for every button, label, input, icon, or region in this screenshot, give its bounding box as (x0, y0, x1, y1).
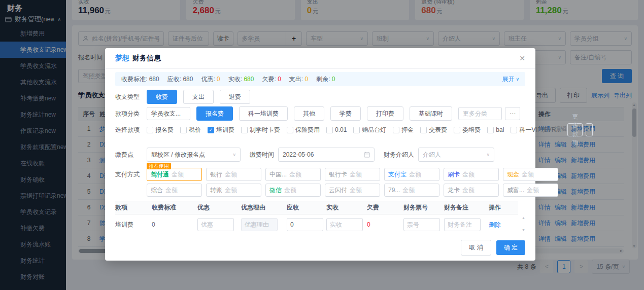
checkbox-icon[interactable] (287, 127, 293, 133)
category-option-button[interactable]: 学费 (330, 106, 361, 121)
fee-summary-bar: 收费标准: 680应收: 680优惠: 0实收: 680欠费: 0支出: 0剩余… (115, 72, 525, 86)
pay-time-input[interactable]: 2022-05-06 (278, 148, 375, 162)
fee-item-checkbox[interactable]: 报名费 (147, 126, 174, 134)
payment-amount-input[interactable]: 金额 (165, 186, 201, 195)
fee-item-checkbox[interactable]: 税价 (180, 126, 201, 134)
payment-method-box[interactable]: 微信金额 (265, 184, 321, 197)
payment-method-box[interactable]: 银行卡金额 (325, 168, 380, 181)
fee-item-checkbox[interactable]: 交表费 (420, 126, 447, 134)
fee-column-header: 款项 (115, 203, 152, 212)
payment-amount-input[interactable]: 金额 (522, 170, 558, 179)
fee-item-checkbox[interactable]: 0.01 (326, 126, 347, 133)
ellipsis-icon[interactable]: ⋯ (505, 107, 520, 120)
fee-item-checkbox[interactable]: 委培费 (454, 126, 481, 134)
fee-item-checkbox[interactable]: 押金 (393, 126, 414, 134)
confirm-button[interactable]: 确 定 (496, 240, 525, 255)
finance-remark-input[interactable]: 财务备注 (444, 218, 481, 231)
category-option-button[interactable]: 科一培训费 (239, 106, 288, 121)
checkbox-icon[interactable] (147, 127, 153, 133)
checkbox-icon[interactable] (180, 127, 187, 133)
receivable-input[interactable]: 0 (287, 218, 323, 231)
introducer-label: 财务介绍人 (384, 151, 414, 159)
more-items-input[interactable]: 更多款项 (567, 123, 583, 136)
payment-amount-input[interactable]: 金额 (527, 186, 558, 195)
type-option-button[interactable]: 支出 (183, 90, 214, 104)
payment-method-box[interactable]: 中国...金额 (265, 168, 321, 181)
payment-method-box[interactable]: 云闪付金额 (325, 184, 380, 197)
payment-method-box[interactable]: 驾付通金额推荐使用 (147, 168, 202, 181)
type-option-button[interactable]: 收费 (147, 90, 177, 104)
category-option-button[interactable]: 报名费 (196, 106, 233, 121)
close-icon[interactable]: ✕ (519, 54, 525, 62)
checkbox-icon[interactable] (393, 127, 399, 133)
scroll-down-icon[interactable]: ▼ (522, 228, 525, 232)
payment-amount-input[interactable]: 金额 (350, 186, 380, 195)
pay-point-select[interactable]: 靓校区 / 修改报名点 ∨ (147, 148, 241, 162)
payment-method-box[interactable]: 综合金额 (147, 184, 202, 197)
checkbox-icon[interactable] (420, 127, 427, 133)
received-input[interactable]: 实收 (326, 218, 363, 231)
category-option-button[interactable]: 打印费 (367, 106, 403, 121)
payment-method-box[interactable]: 银行金额 (206, 168, 261, 181)
type-option-button[interactable]: 退费 (220, 90, 250, 104)
delete-link[interactable]: 删除 (489, 221, 501, 228)
cancel-button[interactable]: 取 消 (461, 240, 491, 256)
summary-item: 支出: 0 (289, 75, 308, 84)
checkbox-icon[interactable] (353, 127, 360, 133)
payment-method-box[interactable]: 龙卡金额 (444, 184, 499, 197)
checkbox-label: 押金 (401, 126, 414, 134)
pay-time-label: 缴费时间 (250, 151, 274, 159)
pay-point-label: 缴费点 (115, 151, 147, 159)
payment-amount-input[interactable]: 金额 (402, 186, 439, 195)
payment-method-box[interactable]: 刷卡金额 (444, 168, 499, 181)
payment-amount-input[interactable]: 金额 (350, 170, 380, 179)
payment-method-box[interactable]: 现金金额 (503, 168, 558, 181)
payment-amount-input[interactable]: 金额 (409, 170, 439, 179)
ellipsis-icon[interactable]: ⋯ (586, 123, 593, 136)
checkbox-label: 制学时卡费 (250, 126, 280, 134)
fee-item-checkbox[interactable]: 赠品台灯 (353, 126, 386, 134)
payment-amount-input[interactable]: 金额 (225, 186, 261, 195)
discount-input[interactable]: 优惠 (197, 218, 234, 231)
checkbox-icon[interactable] (487, 127, 494, 133)
category-first-select[interactable]: 学员收支... (147, 107, 190, 120)
category-option-button[interactable]: 基础课时 (410, 106, 452, 121)
payment-amount-input[interactable]: 金额 (462, 170, 498, 179)
type-label: 收支类型 (115, 93, 147, 101)
payment-method-name: 综合 (147, 186, 165, 195)
fee-items-label: 选择款项 (115, 126, 147, 134)
payment-amount-input[interactable]: 金额 (172, 170, 201, 179)
checkbox-icon[interactable] (326, 127, 333, 133)
fee-item-checkbox[interactable]: 科一VIP班VR... (511, 126, 561, 134)
introducer-select[interactable]: 介绍人 ∨ (418, 148, 494, 162)
summary-item: 优惠: 0 (201, 75, 220, 84)
more-category-input[interactable]: 更多分类 (458, 107, 502, 120)
payment-amount-input[interactable]: 金额 (462, 186, 498, 195)
expand-link[interactable]: 展开 ∨ (502, 75, 519, 84)
checkbox-icon[interactable] (511, 127, 517, 133)
payment-amount-input[interactable]: 金额 (284, 186, 320, 195)
chevron-down-icon: ∨ (516, 77, 519, 82)
summary-item: 欠费: 0 (262, 75, 281, 84)
checkbox-icon[interactable]: ✓ (208, 127, 214, 133)
checkbox-icon[interactable] (241, 127, 248, 133)
fee-item-checkbox[interactable]: 制学时卡费 (241, 126, 280, 134)
payment-method-box[interactable]: 支付宝金额 (384, 168, 439, 181)
ticket-number-input[interactable]: 票号 (403, 218, 440, 231)
payment-method-name: 银行卡 (325, 170, 350, 179)
scroll-up-icon[interactable]: ▲ (522, 216, 525, 220)
fee-item-checkbox[interactable]: bai (487, 126, 504, 133)
payment-method-box[interactable]: 威富...金额 (503, 184, 558, 197)
modal-title: 财务信息 (132, 54, 161, 63)
payment-amount-input[interactable]: 金额 (225, 170, 261, 179)
category-option-button[interactable]: 其他 (294, 106, 324, 121)
payment-method-box[interactable]: 转账金额 (206, 184, 261, 197)
fee-item-checkbox[interactable]: 保险费用 (287, 126, 320, 134)
checkbox-icon[interactable] (454, 127, 460, 133)
payment-amount-input[interactable]: 金额 (289, 170, 320, 179)
introducer-placeholder: 介绍人 (423, 151, 441, 159)
fee-item-checkbox[interactable]: ✓培训费 (208, 126, 234, 134)
fee-column-header: 财务备注 (444, 203, 489, 212)
payment-method-box[interactable]: 79...金额 (384, 184, 439, 197)
finance-info-modal: 梦想 财务信息 ✕ 收费标准: 680应收: 680优惠: 0实收: 680欠费… (105, 48, 535, 261)
